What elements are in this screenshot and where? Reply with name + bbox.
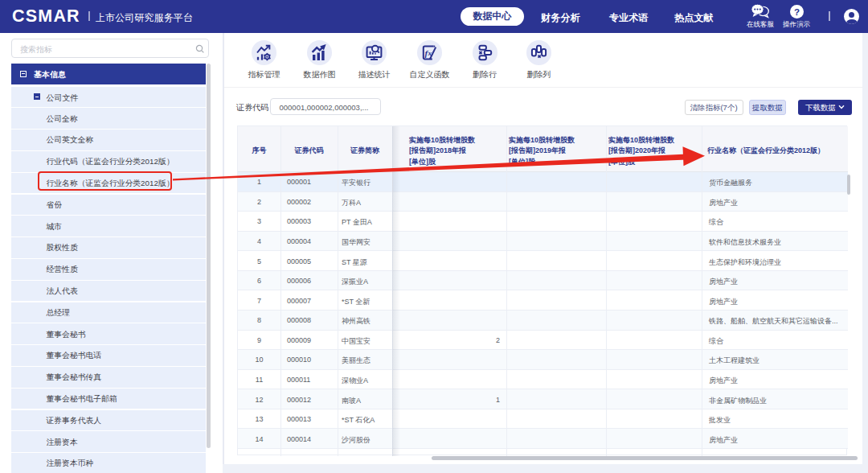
svg-text:?: ? [794,7,800,17]
